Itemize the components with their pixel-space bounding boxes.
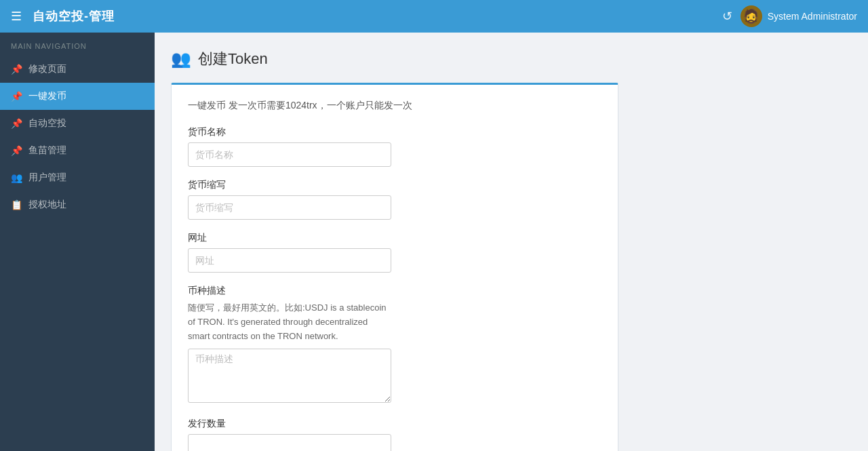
avatar: 🧔 <box>741 5 762 27</box>
history-icon[interactable]: ↺ <box>722 9 732 24</box>
users-icon: 👥 <box>11 172 22 183</box>
label-currency-abbr: 货币缩写 <box>188 179 601 191</box>
hamburger-icon[interactable]: ☰ <box>11 9 22 24</box>
sidebar-item-fish-management[interactable]: 📌 鱼苗管理 <box>0 137 155 164</box>
create-token-card: 一键发币 发一次币需要1024trx，一个账户只能发一次 货币名称 货币缩写 网… <box>171 83 618 451</box>
sidebar-item-auth-address[interactable]: 📋 授权地址 <box>0 191 155 218</box>
pin-icon-coin: 📌 <box>11 91 22 102</box>
sidebar-item-user-management[interactable]: 👥 用户管理 <box>0 164 155 191</box>
input-url[interactable] <box>188 248 391 273</box>
clipboard-icon: 📋 <box>11 199 22 210</box>
header-right: ↺ 🧔 System Administrator <box>722 5 857 27</box>
user-info: 🧔 System Administrator <box>741 5 857 27</box>
sidebar-label-user-management: 用户管理 <box>28 172 66 184</box>
label-description: 币种描述 <box>188 285 601 297</box>
form-group-currency-name: 货币名称 <box>188 126 601 167</box>
pin-icon-fish: 📌 <box>11 145 22 156</box>
input-currency-abbr[interactable] <box>188 195 391 220</box>
content-area: 👥 创建Token 一键发币 发一次币需要1024trx，一个账户只能发一次 货… <box>155 33 868 451</box>
label-url: 网址 <box>188 232 601 244</box>
sidebar-label-edit-page: 修改页面 <box>28 63 66 75</box>
top-header: ☰ 自动空投-管理 ↺ 🧔 System Administrator <box>0 0 868 33</box>
app-title: 自动空投-管理 <box>33 8 115 24</box>
sidebar-item-edit-page[interactable]: 📌 修改页面 <box>0 56 155 83</box>
input-issue-amount[interactable] <box>188 434 391 451</box>
sidebar-label-fish-management: 鱼苗管理 <box>28 144 66 157</box>
input-currency-name[interactable] <box>188 142 391 167</box>
label-currency-name: 货币名称 <box>188 126 601 138</box>
page-title: 创建Token <box>198 49 268 69</box>
sidebar-nav-label: MAIN NAVIGATION <box>0 33 155 56</box>
form-group-url: 网址 <box>188 232 601 273</box>
sidebar-label-auto-airdrop: 自动空投 <box>28 117 66 130</box>
main-layout: MAIN NAVIGATION 📌 修改页面 📌 一键发币 📌 自动空投 📌 鱼… <box>0 33 868 451</box>
form-group-issue-amount: 发行数量 <box>188 418 601 451</box>
sidebar-label-one-click-coin: 一键发币 <box>28 90 66 102</box>
card-description: 一键发币 发一次币需要1024trx，一个账户只能发一次 <box>188 98 601 113</box>
header-left: ☰ 自动空投-管理 <box>11 8 115 24</box>
sidebar-label-auth-address: 授权地址 <box>28 199 66 211</box>
label-issue-amount: 发行数量 <box>188 418 601 430</box>
pin-icon-airdrop: 📌 <box>11 118 22 129</box>
page-title-icon: 👥 <box>171 50 191 68</box>
form-group-description: 币种描述 随便写，最好用英文的。比如:USDJ is a stablecoin … <box>188 285 601 406</box>
page-title-row: 👥 创建Token <box>171 49 852 69</box>
description-hint: 随便写，最好用英文的。比如:USDJ is a stablecoin of TR… <box>188 301 391 343</box>
textarea-description[interactable] <box>188 349 391 403</box>
sidebar: MAIN NAVIGATION 📌 修改页面 📌 一键发币 📌 自动空投 📌 鱼… <box>0 33 155 451</box>
user-name: System Administrator <box>768 11 857 22</box>
sidebar-item-auto-airdrop[interactable]: 📌 自动空投 <box>0 110 155 137</box>
pin-icon-edit: 📌 <box>11 64 22 75</box>
sidebar-item-one-click-coin[interactable]: 📌 一键发币 <box>0 83 155 110</box>
form-group-currency-abbr: 货币缩写 <box>188 179 601 220</box>
